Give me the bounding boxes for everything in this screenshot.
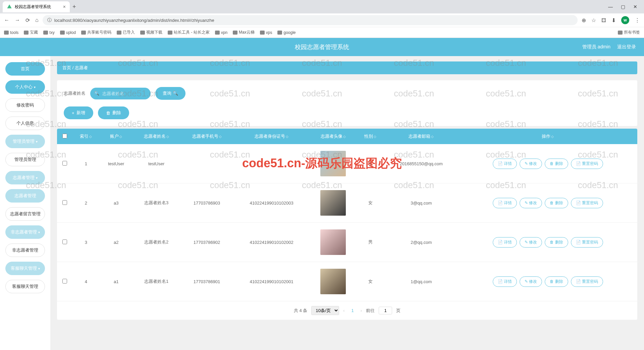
reload-icon[interactable]: ⟳ [25,17,30,24]
reset-pwd-button[interactable]: 📄 重置密码 [571,159,603,169]
profile-avatar[interactable]: w [621,16,629,24]
new-tab-button[interactable]: + [72,3,76,10]
select-all-checkbox[interactable] [62,134,67,138]
detail-button[interactable]: 📄 详情 [493,276,517,287]
bookmark-item[interactable]: google [277,30,296,35]
sidebar-item[interactable]: 非志愿者管理 [5,244,45,257]
browser-tab[interactable]: 校园志愿者管理系统 × [3,1,70,12]
breadcrumb-home[interactable]: 首页 [62,65,71,70]
translate-icon[interactable]: ⊕ [582,17,586,24]
bookmark-item[interactable]: vps [260,30,272,35]
cell-gender: 女 [357,144,384,183]
bookmark-item[interactable]: 视频下载 [140,30,162,35]
next-page-icon[interactable]: › [361,308,362,313]
folder-icon [140,31,145,35]
row-checkbox[interactable] [62,279,67,283]
sidebar-item[interactable]: 非志愿者管理▾ [5,225,45,239]
row-delete-button[interactable]: 🗑 删除 [545,237,568,248]
avatar-image [320,269,346,294]
bookmark-item[interactable]: vpn [215,30,227,35]
detail-button[interactable]: 📄 详情 [493,198,517,208]
row-checkbox[interactable] [62,161,67,166]
row-checkbox[interactable] [62,239,67,244]
edit-button[interactable]: ✎ 修改 [520,237,542,248]
table-header[interactable]: 性别◇ [357,129,384,144]
cell-account: a3 [100,183,133,223]
search-input[interactable] [90,88,151,99]
bookmark-star-icon[interactable]: ☆ [591,17,596,24]
cell-index: 4 [72,262,99,301]
sidebar-item[interactable]: 志愿者管理▾ [5,171,45,184]
menu-icon[interactable]: ⋮ [635,17,640,24]
table-header[interactable]: 账户◇ [100,129,133,144]
sidebar-item[interactable]: 个人中心▾ [5,80,45,94]
bookmark-item[interactable]: 站长工具 - 站长之家 [168,30,210,35]
row-checkbox[interactable] [62,200,67,205]
sort-icon: ◇ [89,135,92,138]
table-header[interactable]: 志愿者邮箱◇ [384,129,459,144]
sidebar-item[interactable]: 志愿者管理 [5,189,45,203]
page-number[interactable]: 1 [349,307,357,314]
detail-button[interactable]: 📄 详情 [493,237,517,248]
url-input[interactable]: ⓘ localhost:8080/xiaoyaunzhiyuanzheguanl… [43,15,578,25]
back-icon[interactable]: ← [4,17,9,24]
prev-page-icon[interactable]: ‹ [343,308,344,313]
edit-button[interactable]: ✎ 修改 [520,159,542,169]
row-delete-button[interactable]: 🗑 删除 [545,276,568,287]
chevron-down-icon: ▾ [38,230,40,234]
table-header[interactable]: 志愿者姓名◇ [133,129,180,144]
sidebar-item[interactable]: 个人信息 [5,117,45,130]
header-right: 管理员 admin 退出登录 [582,44,636,50]
site-info-icon[interactable]: ⓘ [47,17,52,23]
sidebar-item[interactable]: 修改密码 [5,98,45,112]
logout-link[interactable]: 退出登录 [617,44,636,50]
edit-button[interactable]: ✎ 修改 [520,276,542,287]
reset-pwd-button[interactable]: 📄 重置密码 [571,276,603,287]
trash-icon: 🗑 [106,111,110,116]
cell-idcard: 410224199010102001 [234,262,310,301]
admin-label[interactable]: 管理员 admin [582,44,610,50]
table-header[interactable]: 索引◇ [72,129,99,144]
bookmark-item[interactable]: uplod [60,30,76,35]
page-size-select[interactable]: 10条/页 [311,306,339,315]
sidebar-item[interactable]: 首页 [5,62,45,76]
close-tab-icon[interactable]: × [63,4,66,9]
table-header[interactable]: 志愿者手机号◇ [180,129,233,144]
goto-page-input[interactable] [379,307,392,314]
bookmark-item[interactable]: 已导入 [117,30,135,35]
detail-button[interactable]: 📄 详情 [493,159,517,169]
add-button[interactable]: + 新增 [64,106,93,119]
table-header[interactable]: 志愿者身份证号◇ [234,129,310,144]
vue-favicon-icon [7,4,12,9]
maximize-icon[interactable]: ▢ [621,4,625,9]
delete-button[interactable]: 🗑 删除 [98,106,129,119]
minimize-icon[interactable]: — [608,4,613,9]
bookmark-item[interactable]: tools [4,30,18,35]
folder-icon [168,31,172,35]
close-window-icon[interactable]: ✕ [633,4,637,9]
bookmark-item[interactable]: 宝藏 [24,30,38,35]
reset-pwd-button[interactable]: 📄 重置密码 [571,237,603,248]
row-delete-button[interactable]: 🗑 删除 [545,159,568,169]
query-button[interactable]: 查询 🔍 [155,87,185,100]
sidebar-item[interactable]: 管理员管理 [5,153,45,166]
download-icon[interactable]: ⬇ [611,17,616,24]
sidebar-item[interactable]: 管理员管理▾ [5,135,45,148]
sidebar-item[interactable]: 志愿者留言管理 [5,207,45,221]
bookmark-item[interactable]: 共享账号密码 [81,30,111,35]
reset-pwd-button[interactable]: 📄 重置密码 [571,198,603,208]
bookmark-item[interactable]: txy [43,30,54,35]
extensions-icon[interactable]: ⚃ [601,17,606,24]
sidebar-item[interactable]: 客服聊天管理▾ [5,262,45,275]
edit-button[interactable]: ✎ 修改 [520,198,542,208]
sidebar-item[interactable]: 客服聊天管理 [5,280,45,293]
forward-icon[interactable]: → [15,17,20,24]
table-header[interactable]: 操作◇ [459,129,637,144]
bookmark-item[interactable]: Max云梯 [233,30,255,35]
home-icon[interactable]: ⌂ [35,17,39,24]
cell-email: 2@qq.com [384,223,459,262]
all-bookmarks[interactable]: 所有书签 [618,30,640,35]
table-header[interactable]: 志愿者头像◇ [309,129,357,144]
row-delete-button[interactable]: 🗑 删除 [545,198,568,208]
cell-index: 2 [72,183,99,223]
